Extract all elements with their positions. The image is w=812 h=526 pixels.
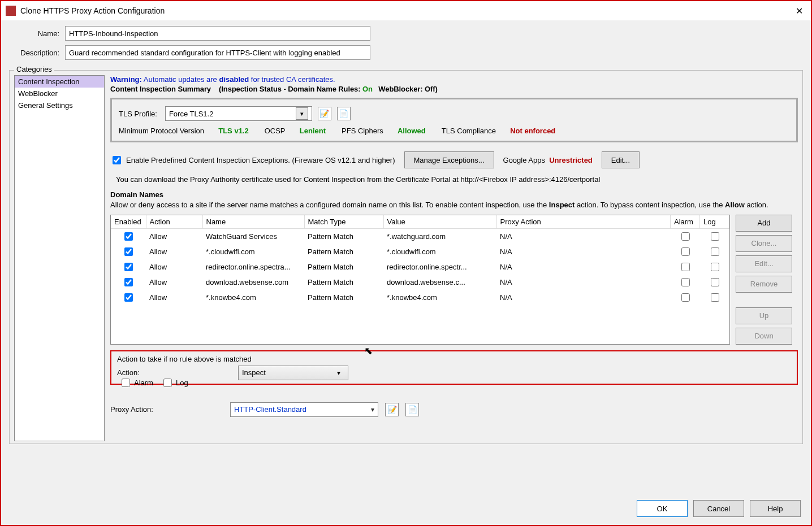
fallback-alarm-label: Alarm (134, 379, 153, 387)
col-value[interactable]: Value (383, 215, 496, 229)
cat-item-general-settings[interactable]: General Settings (15, 99, 104, 111)
row-alarm-checkbox[interactable] (681, 278, 690, 286)
clone-button[interactable]: Clone... (736, 235, 792, 252)
warning-prefix: Warning: (110, 75, 142, 84)
cat-item-webblocker[interactable]: WebBlocker (15, 88, 104, 99)
row-name: *.cloudwifi.com (202, 244, 304, 259)
chevron-down-icon[interactable]: ▾ (296, 107, 308, 120)
fallback-header: Action to take if no rule above is match… (117, 355, 791, 363)
exceptions-checkbox[interactable] (113, 156, 121, 164)
cancel-button[interactable]: Cancel (693, 500, 744, 517)
categories-list[interactable]: Content Inspection WebBlocker General Se… (14, 75, 105, 441)
row-proxy: N/A (496, 290, 671, 305)
col-enabled[interactable]: Enabled (111, 215, 146, 229)
row-log-checkbox[interactable] (711, 293, 719, 302)
row-proxy: N/A (496, 228, 671, 244)
add-button[interactable]: Add (736, 215, 792, 232)
app-icon (6, 6, 16, 16)
row-alarm-checkbox[interactable] (681, 247, 690, 256)
row-enabled-checkbox[interactable] (124, 278, 133, 286)
description-input[interactable] (65, 45, 370, 60)
table-row[interactable]: Allowdownload.websense.comPattern Matchd… (111, 275, 729, 290)
webblocker-status: Off (425, 85, 435, 93)
add-proxy-icon[interactable]: 📄 (405, 403, 419, 416)
fallback-action-label: Action: (117, 368, 230, 377)
domain-names-table[interactable]: Enabled Action Name Match Type Value Pro… (110, 215, 730, 345)
proxy-action-select[interactable]: HTTP-Client.Standard ▾ (230, 402, 378, 417)
remove-button[interactable]: Remove (736, 276, 792, 293)
fallback-alarm-checkbox[interactable] (122, 379, 130, 387)
help-button[interactable]: Help (750, 500, 801, 517)
col-proxy[interactable]: Proxy Action (496, 215, 671, 229)
ok-button[interactable]: OK (637, 500, 688, 517)
close-icon[interactable]: ✕ (792, 6, 806, 16)
col-match[interactable]: Match Type (304, 215, 383, 229)
cat-item-content-inspection[interactable]: Content Inspection (15, 76, 104, 88)
name-input[interactable] (65, 26, 370, 41)
row-name: download.websense.com (202, 275, 304, 290)
edit-tls-icon[interactable]: 📝 (318, 107, 331, 120)
row-alarm-checkbox[interactable] (681, 232, 690, 241)
col-action[interactable]: Action (146, 215, 202, 229)
row-name: *.knowbe4.com (202, 290, 304, 305)
fallback-log-label: Log (176, 379, 188, 387)
row-action: Allow (146, 244, 202, 259)
table-row[interactable]: Allow*.cloudwifi.comPattern Match*.cloud… (111, 244, 729, 259)
row-alarm-checkbox[interactable] (681, 293, 690, 302)
chevron-down-icon[interactable]: ▾ (371, 406, 374, 414)
row-proxy: N/A (496, 275, 671, 290)
row-name: redirector.online.spectra... (202, 259, 304, 275)
table-row[interactable]: Allow*.knowbe4.comPattern Match*.knowbe4… (111, 290, 729, 305)
row-proxy: N/A (496, 244, 671, 259)
row-alarm-checkbox[interactable] (681, 263, 690, 271)
row-value: redirector.online.spectr... (383, 259, 496, 275)
row-value: download.websense.c... (383, 275, 496, 290)
row-log-checkbox[interactable] (711, 278, 719, 286)
row-value: *.cloudwifi.com (383, 244, 496, 259)
table-row[interactable]: AllowWatchGuard ServicesPattern Match*.w… (111, 228, 729, 244)
domain-names-description: Allow or deny access to a site if the se… (110, 200, 798, 210)
chevron-down-icon[interactable]: ▾ (333, 369, 344, 377)
row-enabled-checkbox[interactable] (124, 232, 133, 241)
manage-exceptions-button[interactable]: Manage Exceptions... (404, 151, 494, 168)
table-row[interactable]: Allowredirector.online.spectra...Pattern… (111, 259, 729, 275)
row-value: *.watchguard.com (383, 228, 496, 244)
col-log[interactable]: Log (700, 215, 729, 229)
up-button[interactable]: Up (736, 307, 792, 324)
row-log-checkbox[interactable] (711, 263, 719, 271)
categories-fieldset: Categories Content Inspection WebBlocker… (9, 70, 803, 444)
edit-button[interactable]: Edit... (736, 255, 792, 272)
ocsp-value: Lenient (300, 127, 326, 135)
form-top: Name: Description: (1, 20, 811, 68)
name-label: Name: (11, 29, 59, 38)
exceptions-checkbox-wrap[interactable]: Enable Predefined Content Inspection Exc… (110, 154, 395, 166)
fallback-log-checkbox[interactable] (163, 379, 172, 387)
row-action: Allow (146, 275, 202, 290)
down-button[interactable]: Down (736, 328, 792, 345)
categories-legend: Categories (14, 65, 54, 73)
row-enabled-checkbox[interactable] (124, 263, 133, 271)
edit-google-apps-button[interactable]: Edit... (602, 151, 640, 168)
edit-proxy-icon[interactable]: 📝 (385, 403, 399, 416)
description-label: Description: (11, 49, 59, 57)
tls-profile-select[interactable]: Force TLS1.2 ▾ (165, 106, 312, 121)
row-log-checkbox[interactable] (711, 247, 719, 256)
fallback-log-wrap[interactable]: Log (161, 377, 188, 389)
row-action: Allow (146, 290, 202, 305)
row-enabled-checkbox[interactable] (124, 293, 133, 302)
compliance-value: Not enforced (510, 127, 555, 135)
row-value: *.knowbe4.com (383, 290, 496, 305)
tls-summary-box: TLS Profile: Force TLS1.2 ▾ 📝 📄 Minimum … (110, 98, 798, 142)
exceptions-checkbox-label: Enable Predefined Content Inspection Exc… (126, 156, 395, 164)
fallback-alarm-wrap[interactable]: Alarm (119, 377, 153, 389)
row-enabled-checkbox[interactable] (124, 247, 133, 256)
google-apps-value: Unrestricted (549, 156, 593, 164)
row-match: Pattern Match (304, 259, 383, 275)
col-name[interactable]: Name (202, 215, 304, 229)
row-log-checkbox[interactable] (711, 232, 719, 241)
pfs-value: Allowed (398, 127, 426, 135)
row-match: Pattern Match (304, 228, 383, 244)
col-alarm[interactable]: Alarm (671, 215, 700, 229)
add-tls-icon[interactable]: 📄 (337, 107, 351, 120)
warning-line: Warning: Automatic updates are disabled … (110, 75, 798, 84)
